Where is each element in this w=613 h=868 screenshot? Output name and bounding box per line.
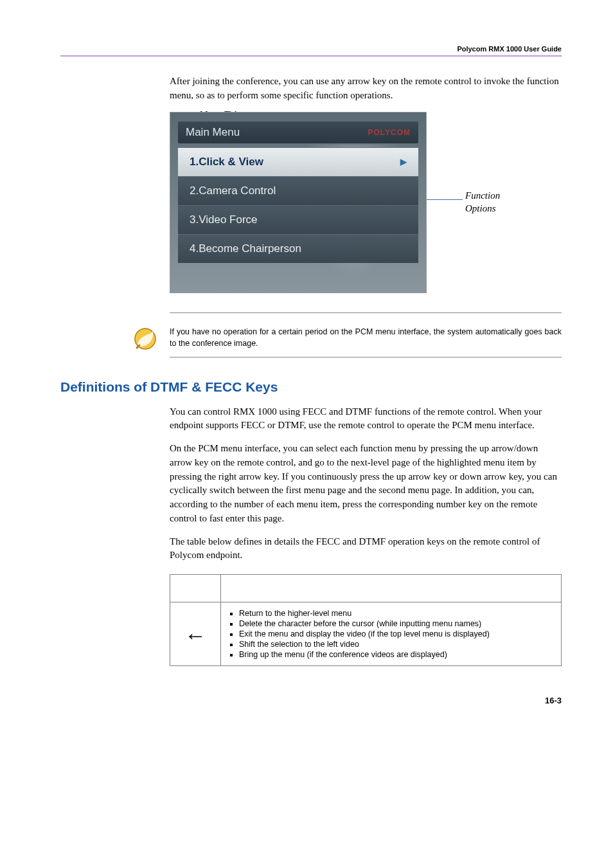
section-p2: On the PCM menu interface, you can selec… (170, 442, 562, 526)
list-item: Bring up the menu (if the conference vid… (239, 650, 555, 659)
note-icon (132, 326, 158, 352)
list-item: Delete the character before the cursor (… (239, 619, 555, 628)
running-header: Polycom RMX 1000 User Guide (60, 45, 562, 53)
func-cell: Return to the higher-level menu Delete t… (221, 602, 562, 666)
menu-item-label: 2.Camera Control (190, 185, 276, 197)
menu-item-label: 3.Video Force (190, 213, 258, 226)
table-header-row (170, 575, 562, 602)
fecc-dtmf-table: ← Return to the higher-level menu Delete… (170, 574, 562, 666)
menu-item-label: 4.Become Chairperson (190, 242, 301, 255)
menu-item-label: 1.Click & View (190, 156, 263, 168)
menu-item-video-force: 3.Video Force (178, 205, 418, 234)
note-separator-top (170, 312, 562, 313)
list-item: Return to the higher-level menu (239, 609, 555, 618)
list-item: Shift the selection to the left video (239, 640, 555, 649)
table-row: ← Return to the higher-level menu Delete… (170, 602, 562, 666)
intro-paragraph: After joining the conference, you can us… (170, 75, 562, 103)
screenshot-title-bar: Main Menu POLYCOM (178, 122, 418, 143)
page-number: 16-3 (60, 696, 562, 705)
screenshot-menu-items: 1.Click & View ▶ 2.Camera Control 3.Vide… (178, 147, 418, 263)
table-header-key (170, 575, 221, 602)
note-row: If you have no operation for a certain p… (170, 326, 562, 352)
section-p1: You can control RMX 1000 using FECC and … (170, 405, 562, 433)
submenu-arrow-icon: ▶ (400, 157, 407, 167)
list-item: Exit the menu and display the video (if … (239, 629, 555, 638)
callout-line-horizontal (427, 199, 463, 200)
figure: Menu Title Main Menu POLYCOM 1.Click & V… (170, 112, 562, 293)
menu-item-become-chairperson: 4.Become Chairperson (178, 234, 418, 263)
table-header-func (221, 575, 562, 602)
func-list: Return to the higher-level menu Delete t… (227, 609, 555, 659)
screenshot-title: Main Menu (186, 126, 240, 139)
header-rule (60, 55, 562, 57)
label-function-options: Function Options (465, 189, 500, 215)
label-function-options-line2: Options (465, 203, 496, 213)
polycom-logo: POLYCOM (368, 128, 411, 137)
menu-item-camera-control: 2.Camera Control (178, 176, 418, 205)
note-text: If you have no operation for a certain p… (170, 326, 562, 350)
label-function-options-line1: Function (465, 190, 500, 201)
key-cell-left-arrow: ← (170, 602, 221, 666)
menu-item-click-view: 1.Click & View ▶ (178, 147, 418, 176)
section-p3: The table below defines in details the F… (170, 535, 562, 563)
note-separator-bottom (170, 357, 562, 357)
screenshot-main-menu: Main Menu POLYCOM 1.Click & View ▶ 2.Cam… (170, 112, 427, 293)
left-arrow-icon: ← (177, 608, 214, 646)
section-heading-dtmf-fecc: Definitions of DTMF & FECC Keys (60, 379, 562, 395)
